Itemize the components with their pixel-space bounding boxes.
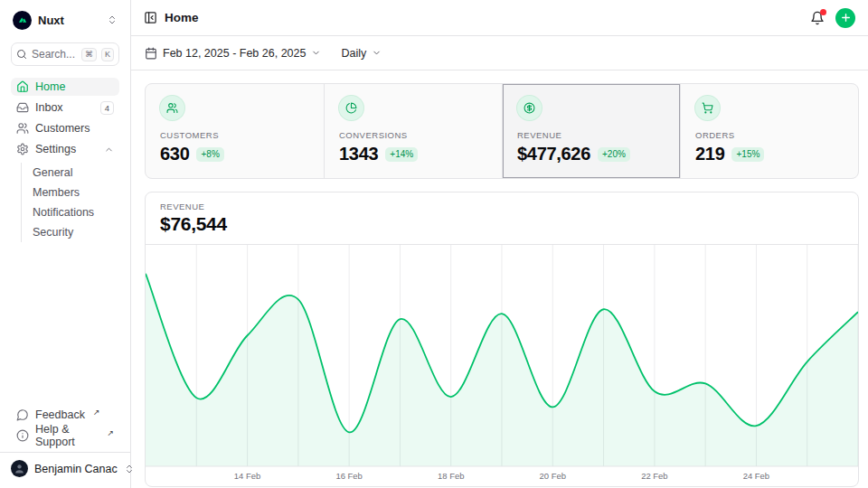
date-range-value: Feb 12, 2025 - Feb 26, 2025 [163, 47, 306, 60]
sidebar: Nuxt Search... ⌘ K Home [0, 0, 131, 488]
stat-delta-badge: +20% [598, 147, 630, 162]
date-range-picker[interactable]: Feb 12, 2025 - Feb 26, 2025 [145, 47, 321, 60]
sidebar-footer-nav: Feedback ↗ Help & Support ↗ [11, 406, 119, 445]
workspace-name: Nuxt [38, 14, 100, 27]
stat-label: ORDERS [695, 130, 844, 140]
granularity-value: Daily [341, 47, 366, 60]
footer-link-label: Feedback [35, 408, 85, 421]
feedback-link[interactable]: Feedback ↗ [11, 406, 119, 424]
sidebar-item-label: Customers [35, 122, 90, 135]
user-name: Benjamin Canac [34, 463, 118, 475]
x-tick-label: 18 Feb [438, 471, 464, 481]
x-tick-label: 16 Feb [335, 471, 362, 481]
avatar [11, 460, 28, 477]
kbd-cmd: ⌘ [81, 48, 97, 61]
x-tick-label: 20 Feb [540, 471, 566, 481]
chevron-down-icon [372, 48, 382, 58]
user-menu[interactable]: Benjamin Canac [0, 452, 130, 479]
chevron-up-icon [104, 145, 114, 155]
search-icon [16, 49, 27, 60]
workspace-switcher[interactable]: Nuxt [11, 9, 119, 31]
external-link-icon: ↗ [93, 406, 100, 418]
sidebar-item-members[interactable]: Members [33, 183, 119, 202]
chevrons-up-down-icon [107, 14, 118, 25]
sidebar-nav: Home Inbox 4 Customers Settings [11, 78, 119, 242]
stat-label: CONVERSIONS [339, 130, 487, 140]
footer-link-label: Help & Support [35, 423, 99, 448]
info-icon [16, 429, 29, 442]
stat-value: 1343 [339, 144, 378, 164]
external-link-icon: ↗ [107, 427, 114, 439]
notification-dot [820, 9, 826, 15]
chevron-down-icon [311, 48, 321, 58]
users-icon [16, 122, 29, 135]
search-input[interactable]: Search... ⌘ K [11, 42, 119, 66]
panel-left-close-icon[interactable] [144, 11, 157, 24]
chart-series-label: REVENUE [160, 202, 844, 211]
x-tick-label: 14 Feb [234, 471, 260, 481]
stat-card-customers[interactable]: CUSTOMERS 630 +8% [146, 84, 324, 178]
stat-value: 219 [695, 144, 724, 164]
stat-delta-badge: +15% [731, 147, 764, 162]
stat-value: $477,626 [517, 144, 590, 164]
stat-value: 630 [160, 144, 189, 164]
sidebar-item-settings[interactable]: Settings [11, 140, 119, 158]
message-circle-icon [16, 408, 29, 421]
stat-card-orders[interactable]: ORDERS 219 +15% [680, 84, 858, 178]
inbox-count-badge: 4 [100, 101, 114, 115]
stat-delta-badge: +8% [196, 147, 223, 162]
add-button[interactable] [835, 8, 855, 28]
revenue-chart-card: REVENUE $76,544 14 Feb16 Feb18 Feb20 Feb… [145, 192, 859, 487]
x-tick-label: 24 Feb [743, 471, 769, 481]
x-tick-label: 22 Feb [641, 471, 667, 481]
stat-card-conversions[interactable]: CONVERSIONS 1343 +14% [324, 84, 502, 178]
settings-sub-list: General Members Notifications Security [21, 163, 119, 242]
gear-icon [16, 143, 29, 155]
kbd-k: K [101, 48, 114, 61]
help-support-link[interactable]: Help & Support ↗ [11, 427, 119, 445]
sidebar-item-home[interactable]: Home [11, 78, 119, 96]
sidebar-item-general[interactable]: General [33, 163, 119, 183]
sidebar-item-notifications[interactable]: Notifications [33, 202, 119, 222]
chart-header: REVENUE $76,544 [146, 192, 858, 245]
sidebar-item-security[interactable]: Security [33, 222, 119, 242]
sidebar-item-inbox[interactable]: Inbox 4 [11, 99, 119, 117]
circle-dollar-icon [517, 96, 542, 120]
granularity-select[interactable]: Daily [341, 47, 382, 60]
users-icon [160, 96, 184, 120]
stat-label: CUSTOMERS [160, 130, 309, 140]
sidebar-item-label: Settings [35, 143, 76, 155]
inbox-icon [16, 101, 29, 114]
filter-toolbar: Feb 12, 2025 - Feb 26, 2025 Daily [131, 36, 868, 70]
sidebar-spacer [11, 242, 119, 394]
calendar-icon [145, 47, 157, 60]
home-icon [16, 80, 29, 93]
sidebar-item-label: Home [35, 80, 65, 93]
plus-icon [840, 12, 852, 23]
shopping-cart-icon [695, 96, 720, 120]
sidebar-item-customers[interactable]: Customers [11, 119, 119, 137]
pie-chart-icon [339, 96, 363, 120]
header-actions [810, 8, 855, 28]
revenue-area-chart[interactable]: 14 Feb16 Feb18 Feb20 Feb22 Feb24 Feb [146, 245, 858, 486]
app-window: Nuxt Search... ⌘ K Home [0, 0, 868, 488]
page-title: Home [165, 11, 199, 24]
main-area: Home Feb 12, 2025 - Feb 26, 2025 [131, 0, 868, 488]
stats-row: CUSTOMERS 630 +8% CONVERSIONS 1343 +14% [145, 83, 859, 179]
stat-card-revenue[interactable]: REVENUE $477,626 +20% [502, 84, 680, 178]
sidebar-item-label: Inbox [35, 101, 63, 114]
chart-current-value: $76,544 [160, 213, 844, 235]
stat-delta-badge: +14% [385, 147, 418, 162]
notifications-button[interactable] [810, 11, 825, 25]
stat-label: REVENUE [517, 130, 665, 140]
search-placeholder: Search... [32, 48, 77, 61]
page-header: Home [131, 0, 868, 36]
nuxt-logo-icon [13, 11, 32, 30]
page-content: CUSTOMERS 630 +8% CONVERSIONS 1343 +14% [131, 70, 868, 488]
